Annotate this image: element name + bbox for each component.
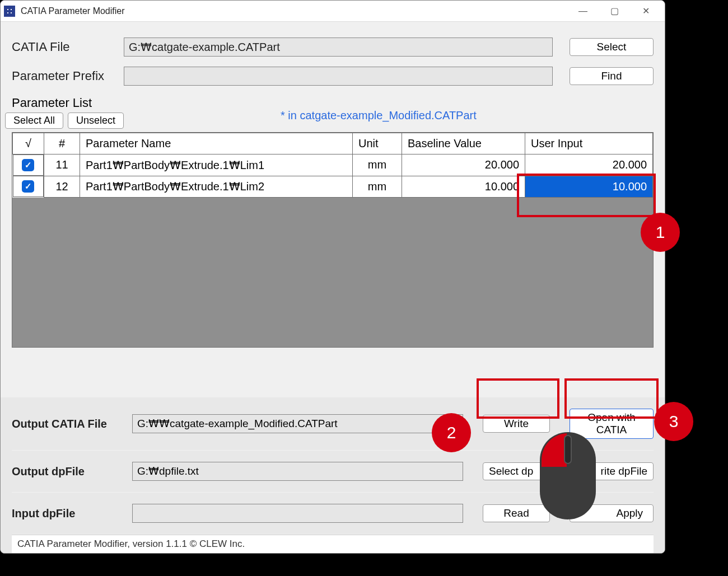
open-with-catia-button[interactable]: Open with CATIA (570, 409, 654, 439)
select-button[interactable]: Select (570, 38, 654, 56)
row-unit: mm (353, 154, 402, 176)
select-dp-button[interactable]: Select dp (483, 462, 550, 480)
col-unit[interactable]: Unit (353, 133, 402, 154)
row-unit: mm (353, 176, 402, 197)
input-dp-field[interactable] (132, 504, 463, 523)
row-index: 12 (44, 176, 80, 197)
select-all-button[interactable]: Select All (5, 113, 63, 129)
col-userinput[interactable]: User Input (525, 133, 653, 154)
app-window: CATIA Parameter Modifier — ▢ ✕ CATIA Fil… (0, 0, 665, 554)
row-index: 11 (44, 154, 80, 176)
modified-hint: * in catgate-example_Modified.CATPart (281, 109, 477, 122)
row-param-name: Part1₩PartBody₩Extrude.1₩Lim1 (80, 154, 353, 176)
param-list-label: Parameter List (12, 96, 654, 110)
param-prefix-field[interactable] (124, 67, 553, 86)
output-catia-label: Output CATIA File (12, 418, 132, 430)
write-dp-button[interactable]: rite dpFile (570, 462, 654, 480)
maximize-button[interactable]: ▢ (599, 1, 630, 22)
unselect-button[interactable]: Unselect (68, 113, 124, 129)
apply-button[interactable]: Apply (570, 504, 654, 522)
minimize-button[interactable]: — (567, 1, 599, 22)
row-baseline: 10.000 (402, 176, 525, 197)
parameter-table: √ # Parameter Name Unit Baseline Value U… (12, 133, 653, 198)
col-check[interactable]: √ (13, 133, 44, 154)
close-button[interactable]: ✕ (630, 1, 661, 22)
col-name[interactable]: Parameter Name (80, 133, 353, 154)
catia-file-label: CATIA File (12, 40, 124, 54)
row-baseline: 20.000 (402, 154, 525, 176)
output-dp-field[interactable]: G:₩dpfile.txt (132, 462, 463, 481)
find-button[interactable]: Find (570, 67, 654, 85)
row-checkbox[interactable]: ✓ (13, 154, 44, 176)
row-checkbox[interactable]: ✓ (13, 176, 44, 197)
col-idx[interactable]: # (44, 133, 80, 154)
param-prefix-label: Parameter Prefix (12, 69, 124, 83)
table-row[interactable]: ✓12Part1₩PartBody₩Extrude.1₩Lim2mm10.000… (13, 176, 653, 197)
input-dp-label: Input dpFile (12, 507, 132, 520)
row-user-input[interactable]: 20.000 (525, 154, 653, 176)
row-param-name: Part1₩PartBody₩Extrude.1₩Lim2 (80, 176, 353, 197)
col-baseline[interactable]: Baseline Value (402, 133, 525, 154)
lower-panel: Output CATIA File G:₩₩catgate-example_Mo… (1, 397, 665, 553)
status-bar: CATIA Parameter Modifier, version 1.1.1 … (12, 535, 654, 553)
output-catia-field[interactable]: G:₩₩catgate-example_Modified.CATPart (132, 414, 463, 433)
row-user-input[interactable]: 10.000 (525, 176, 653, 197)
table-row[interactable]: ✓11Part1₩PartBody₩Extrude.1₩Lim1mm20.000… (13, 154, 653, 176)
catia-file-field[interactable]: G:₩catgate-example.CATPart (124, 38, 553, 57)
parameter-table-container: √ # Parameter Name Unit Baseline Value U… (12, 132, 654, 348)
output-dp-label: Output dpFile (12, 465, 132, 478)
read-button[interactable]: Read (483, 504, 550, 522)
window-title: CATIA Parameter Modifier (21, 6, 125, 16)
app-icon (4, 6, 15, 17)
titlebar[interactable]: CATIA Parameter Modifier — ▢ ✕ (1, 1, 665, 22)
write-button[interactable]: Write (483, 415, 550, 433)
